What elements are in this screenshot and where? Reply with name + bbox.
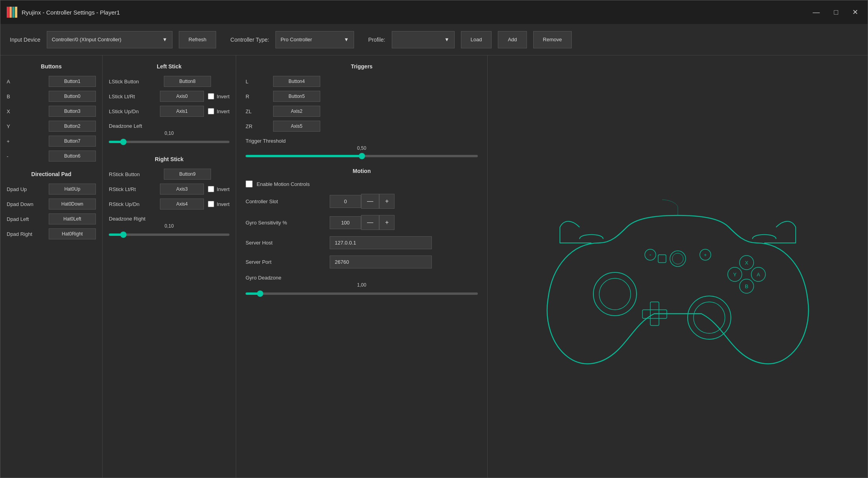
button-row-x: X Button3 [7,106,96,117]
lstick-updn-label: LStick Up/Dn [109,108,156,114]
controller-slot-input[interactable]: 0 [330,195,361,208]
lstick-lr-invert-checkbox[interactable] [208,93,214,99]
dpad-mapping-right[interactable]: Hat0Right [49,228,96,239]
svg-text:X: X [745,260,748,266]
profile-dropdown[interactable]: ▼ [392,31,455,48]
load-button[interactable]: Load [461,31,492,48]
trigger-r-row: R Button5 [246,91,478,102]
controller-slot-spinner: 0 — + [330,194,395,209]
profile-label: Profile: [368,37,385,43]
server-host-label: Server Host [246,240,324,246]
invert-label-lstick-lr: Invert [217,94,229,99]
threshold-slider[interactable] [246,155,478,157]
input-device-dropdown[interactable]: Controller/0 (XInput Controller) ▼ [47,31,172,48]
controller-slot-increment[interactable]: + [379,194,395,209]
lstick-updn-invert-checkbox[interactable] [208,108,214,114]
controller-type-dropdown[interactable]: Pro Controller ▼ [275,31,354,48]
controller-svg: A B X Y + - [540,164,815,369]
svg-rect-1 [9,7,12,18]
rstick-button-mapping[interactable]: Button9 [164,169,211,180]
button-row-a: A Button1 [7,76,96,87]
lstick-updn-mapping[interactable]: Axis1 [160,106,204,117]
trigger-zr-label: ZR [246,123,269,129]
lstick-button-mapping[interactable]: Button8 [164,76,211,87]
gyro-deadzone-value: 1,00 [246,282,478,288]
server-host-input[interactable] [330,236,432,249]
dpad-label-right: Dpad Right [7,231,38,237]
controller-slot-label: Controller Slot [246,199,324,204]
gyro-sensitivity-label: Gyro Sensitivity % [246,220,324,226]
button-mapping-x[interactable]: Button3 [49,106,96,117]
svg-text:+: + [704,252,707,258]
controller-slot-decrement[interactable]: — [361,194,379,209]
trigger-r-mapping[interactable]: Button5 [273,91,320,102]
threshold-section: Trigger Threshold 0,50 [246,138,478,158]
deadzone-left-label: Deadzone Left [109,123,229,129]
lstick-updn-row: LStick Up/Dn Axis1 Invert [109,106,229,117]
rstick-lr-invert-checkbox[interactable] [208,186,214,192]
invert-label-lstick-updn: Invert [217,108,229,114]
right-panel: Triggers L Button4 R Button5 ZL Axis2 ZR… [236,55,488,478]
dpad-list: Dpad Up Hat0Up Dpad Down Hat0Down Dpad L… [7,184,96,239]
remove-button[interactable]: Remove [533,31,572,48]
lstick-lr-mapping[interactable]: Axis0 [160,91,204,102]
lstick-lr-invert: Invert [208,93,229,99]
motion-enable-checkbox-group: Enable Motion Controls [246,180,335,188]
rstick-lr-mapping[interactable]: Axis3 [160,184,204,195]
deadzone-left-slider[interactable] [109,141,229,143]
server-port-input[interactable] [330,256,432,268]
server-host-row: Server Host [246,236,478,249]
deadzone-right-section: Deadzone Right 0,10 [109,216,229,237]
svg-point-23 [672,253,683,264]
button-mapping-a[interactable]: Button1 [49,76,96,87]
rstick-lr-label: RStick Lt/Rt [109,186,156,192]
titlebar-left: Ryujinx - Controller Settings - Player1 [7,7,120,18]
add-button[interactable]: Add [498,31,527,48]
button-mapping-y[interactable]: Button2 [49,121,96,132]
motion-title: Motion [246,168,478,174]
rstick-lr-invert: Invert [208,186,229,192]
controller-type-label: Controller Type: [230,37,269,43]
deadzone-right-slider[interactable] [109,233,229,236]
refresh-button[interactable]: Refresh [179,31,217,48]
button-label-y: Y [7,123,38,129]
motion-enable-checkbox[interactable] [246,180,253,188]
close-button[interactable]: ✕ [849,6,861,18]
controller-graphic-panel: A B X Y + - [488,55,868,478]
trigger-zr-mapping[interactable]: Axis5 [273,121,320,132]
lstick-lr-label: LStick Lt/Rt [109,94,156,99]
titlebar-controls: — □ ✕ [809,6,861,18]
svg-point-4 [593,272,637,316]
titlebar: Ryujinx - Controller Settings - Player1 … [0,0,868,24]
button-row-y: Y Button2 [7,121,96,132]
threshold-value: 0,50 [246,145,478,151]
middle-panel: Left Stick LStick Button Button8 LStick … [103,55,236,478]
gyro-deadzone-slider[interactable] [246,292,478,295]
button-mapping-b[interactable]: Button0 [49,91,96,102]
gyro-sensitivity-input[interactable]: 100 [330,216,361,229]
rstick-updn-mapping[interactable]: Axis4 [160,199,204,210]
trigger-r-label: R [246,94,269,99]
minimize-button[interactable]: — [809,6,823,18]
trigger-l-mapping[interactable]: Button4 [273,76,320,87]
gyro-deadzone-label: Gyro Deadzone [246,275,478,281]
svg-point-5 [599,278,631,310]
gyro-sensitivity-increment[interactable]: + [379,215,395,230]
button-label-plus: + [7,138,38,144]
dpad-label-up: Dpad Up [7,186,38,192]
dpad-mapping-left[interactable]: Hat0Left [49,213,96,224]
trigger-zl-mapping[interactable]: Axis2 [273,106,320,117]
button-mapping-minus[interactable]: Button6 [49,151,96,162]
dpad-mapping-down[interactable]: Hat0Down [49,199,96,210]
dpad-row-left: Dpad Left Hat0Left [7,213,96,224]
rstick-button-row: RStick Button Button9 [109,169,229,180]
dpad-row-down: Dpad Down Hat0Down [7,199,96,210]
button-label-x: X [7,108,38,114]
button-mapping-plus[interactable]: Button7 [49,136,96,147]
dpad-mapping-up[interactable]: Hat0Up [49,184,96,195]
rstick-updn-invert-checkbox[interactable] [208,201,214,207]
maximize-button[interactable]: □ [831,6,841,18]
gyro-sensitivity-row: Gyro Sensitivity % 100 — + [246,215,478,230]
deadzone-left-section: Deadzone Left 0,10 [109,123,229,144]
gyro-sensitivity-decrement[interactable]: — [361,215,379,230]
